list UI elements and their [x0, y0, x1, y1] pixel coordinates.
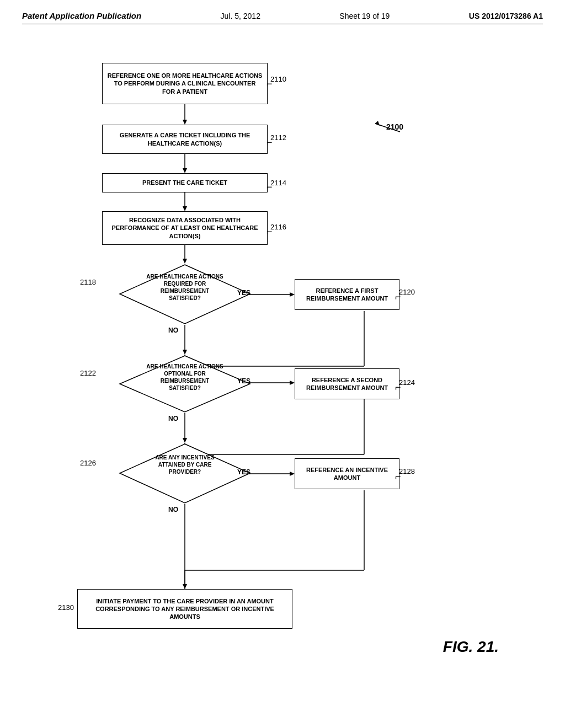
bracket-2112: ⌐: [266, 137, 273, 148]
svg-marker-33: [375, 121, 380, 126]
bracket-2116: ⌐: [266, 226, 273, 238]
diamond-2122: ARE HEALTHCARE ACTIONS OPTIONAL FOR REIM…: [119, 355, 251, 413]
label-2118: 2118: [80, 278, 96, 286]
label-2126: 2126: [80, 459, 96, 467]
figure-label: FIG. 21.: [443, 638, 499, 656]
box-2114: PRESENT THE CARE TICKET: [102, 173, 268, 192]
sheet-info: Sheet 19 of 19: [339, 12, 390, 20]
publication-title: Patent Application Publication: [22, 11, 141, 20]
no-label-2122: NO: [168, 415, 178, 422]
label-2130: 2130: [58, 603, 74, 612]
label-2116: 2116: [270, 223, 286, 231]
label-2120: 2120: [399, 288, 415, 296]
svg-marker-16: [290, 381, 295, 385]
box-2116: RECOGNIZE DATA ASSOCIATED WITH PERFORMAN…: [102, 211, 268, 245]
svg-marker-25: [183, 584, 187, 589]
box-2112: GENERATE A CARE TICKET INCLUDING THE HEA…: [102, 125, 268, 154]
svg-marker-5: [183, 206, 187, 211]
box-2128: REFERENCE AN INCENTIVE AMOUNT: [295, 458, 399, 489]
label-2128: 2128: [399, 467, 415, 475]
arrow-2100: [370, 118, 403, 135]
svg-marker-9: [290, 292, 295, 297]
diamond-2118-text: ARE HEALTHCARE ACTIONS REQUIRED FOR REIM…: [141, 270, 229, 304]
bracket-2114: ⌐: [266, 181, 273, 193]
bracket-2128: ⌐: [395, 471, 401, 483]
yes-label-2118: YES: [237, 289, 250, 297]
label-2110: 2110: [270, 75, 286, 83]
label-2112: 2112: [270, 133, 286, 142]
svg-marker-11: [183, 350, 187, 355]
diamond-2118: ARE HEALTHCARE ACTIONS REQUIRED FOR REIM…: [119, 264, 251, 325]
box-2124: REFERENCE A SECOND REIMBURSEMENT AMOUNT: [295, 368, 399, 399]
page: Patent Application Publication Jul. 5, 2…: [0, 0, 565, 728]
label-2124: 2124: [399, 378, 415, 387]
bracket-2110: ⌐: [266, 78, 273, 90]
box-2130: INITIATE PAYMENT TO THE CARE PROVIDER IN…: [77, 589, 292, 629]
bracket-2120: ⌐: [395, 291, 401, 303]
svg-marker-3: [183, 168, 187, 173]
diamond-2122-text: ARE HEALTHCARE ACTIONS OPTIONAL FOR REIM…: [140, 360, 230, 394]
diamond-2126-text: ARE ANY INCENTIVES ATTAINED BY CARE PROV…: [143, 451, 226, 478]
no-label-2126: NO: [168, 506, 178, 513]
patent-number: US 2012/0173286 A1: [469, 12, 543, 20]
svg-marker-23: [290, 472, 295, 476]
svg-marker-7: [183, 259, 187, 264]
label-2122: 2122: [80, 369, 96, 377]
publication-date: Jul. 5, 2012: [221, 12, 260, 20]
svg-marker-1: [183, 120, 187, 125]
svg-marker-18: [183, 438, 187, 443]
yes-label-2122: YES: [237, 377, 250, 385]
diagram-area: REFERENCE ONE OR MORE HEALTHCARE ACTIONS…: [22, 41, 543, 686]
box-2120: REFERENCE A FIRST REIMBURSEMENT AMOUNT: [295, 279, 399, 310]
bracket-2124: ⌐: [395, 382, 401, 393]
no-label-2118: NO: [168, 326, 178, 334]
page-header: Patent Application Publication Jul. 5, 2…: [22, 11, 543, 24]
diamond-2126: ARE ANY INCENTIVES ATTAINED BY CARE PROV…: [119, 443, 251, 504]
box-2110: REFERENCE ONE OR MORE HEALTHCARE ACTIONS…: [102, 63, 268, 104]
yes-label-2126: YES: [237, 468, 250, 476]
label-2114: 2114: [270, 179, 286, 187]
